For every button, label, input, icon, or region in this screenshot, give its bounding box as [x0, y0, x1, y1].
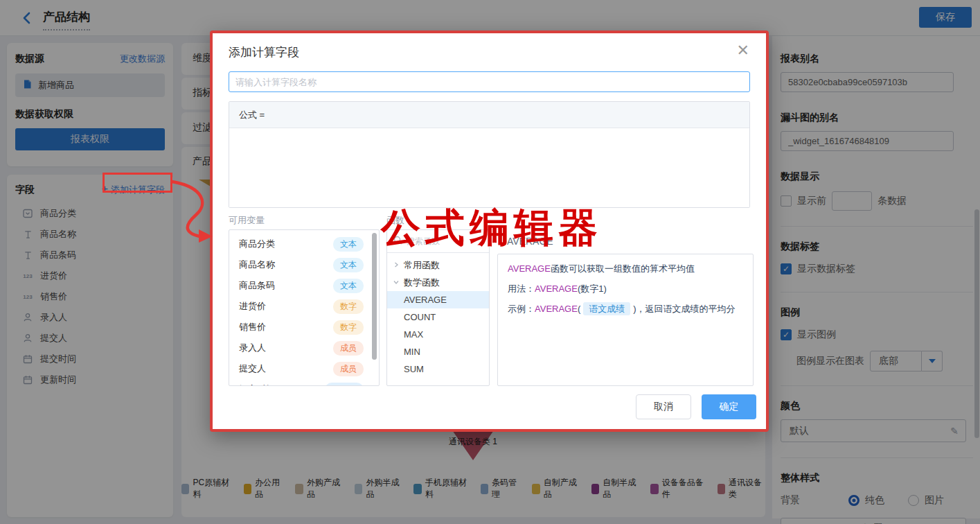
variable-item[interactable]: 提交时间时间戳 — [229, 379, 379, 386]
variable-type-tag: 文本 — [333, 279, 364, 293]
variable-type-tag: 成员 — [333, 341, 364, 356]
variable-item[interactable]: 商品条码文本 — [229, 275, 379, 296]
function-group-label: 数学函数 — [404, 277, 440, 289]
variables-rows: 商品分类文本商品名称文本商品条码文本进货价数字销售价数字录入人成员提交人成员提交… — [229, 230, 379, 386]
variable-item[interactable]: 商品分类文本 — [229, 234, 379, 254]
variable-item[interactable]: 销售价数字 — [229, 317, 379, 338]
function-item[interactable]: SUM — [387, 360, 489, 378]
variable-item[interactable]: 录入人成员 — [229, 338, 379, 358]
variable-name: 销售价 — [239, 321, 266, 333]
function-item[interactable]: MIN — [387, 343, 489, 360]
formula-input-area[interactable] — [229, 128, 749, 207]
dialog-title: 添加计算字段 — [229, 44, 299, 60]
function-tree: 常用函数数学函数AVERAGECOUNTMAXMINSUM — [387, 253, 489, 378]
confirm-button[interactable]: 确定 — [702, 394, 756, 419]
variable-name: 提交人 — [239, 363, 266, 375]
chevron-right-icon — [393, 260, 400, 270]
variable-type-tag: 数字 — [333, 299, 364, 314]
function-group[interactable]: 数学函数 — [387, 274, 489, 291]
variable-type-tag: 文本 — [333, 258, 364, 272]
variable-type-tag: 数字 — [333, 320, 364, 335]
function-item[interactable]: AVERAGE — [387, 291, 489, 308]
doc-description: AVERAGE函数可以获取一组数值的算术平均值 — [508, 261, 743, 276]
variables-label: 可用变量 — [229, 214, 265, 227]
variables-list: 商品分类文本商品名称文本商品条码文本进货价数字销售价数字录入人成员提交人成员提交… — [229, 229, 380, 386]
formula-editor: 公式 = — [229, 101, 750, 208]
doc-example: 示例：AVERAGE(语文成绩)，返回语文成绩的平均分 — [508, 302, 743, 316]
function-item[interactable]: COUNT — [387, 308, 489, 326]
variable-item[interactable]: 提交人成员 — [229, 358, 379, 379]
variable-name: 商品条码 — [239, 279, 275, 292]
function-item[interactable]: MAX — [387, 326, 489, 343]
variable-item[interactable]: 商品名称文本 — [229, 254, 379, 275]
doc-usage: 用法：AVERAGE(数字1) — [508, 281, 743, 296]
field-chip: 语文成绩 — [583, 302, 630, 315]
variable-name: 录入人 — [239, 342, 266, 354]
function-group[interactable]: 常用函数 — [387, 256, 489, 274]
variable-type-tag: 时间戳 — [325, 383, 364, 387]
variable-type-tag: 成员 — [333, 362, 364, 376]
variable-item[interactable]: 进货价数字 — [229, 296, 379, 317]
calc-field-name-input[interactable] — [229, 71, 750, 92]
variable-name: 提交时间 — [239, 383, 275, 386]
chevron-down-icon — [393, 277, 400, 288]
variable-name: 商品分类 — [239, 238, 275, 250]
variable-name: 商品名称 — [239, 259, 275, 271]
variable-type-tag: 文本 — [333, 237, 364, 252]
variables-scrollbar[interactable] — [372, 233, 377, 360]
function-group-label: 常用函数 — [404, 259, 440, 272]
annotation-arrow — [170, 175, 219, 247]
close-icon[interactable]: ✕ — [737, 43, 749, 58]
formula-prefix: 公式 = — [229, 102, 749, 128]
function-doc-body: AVERAGE函数可以获取一组数值的算术平均值 用法：AVERAGE(数字1) … — [497, 254, 754, 386]
annotation-highlight-box — [103, 173, 172, 193]
variable-name: 进货价 — [239, 300, 266, 313]
cancel-button[interactable]: 取消 — [636, 394, 691, 419]
annotation-stamp-text: 公式编辑器 — [381, 202, 603, 255]
